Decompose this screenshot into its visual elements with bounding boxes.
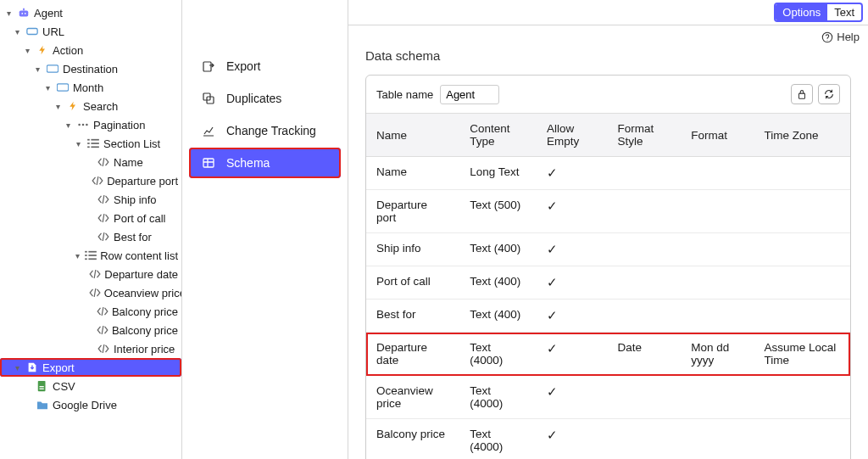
list-icon [86,137,100,150]
col-time-zone: Time Zone [754,114,850,157]
caret-icon[interactable]: ▾ [22,46,32,55]
chart-icon [201,124,216,137]
field-icon [56,81,70,94]
svg-point-9 [86,124,88,126]
caret-icon[interactable]: ▾ [73,139,83,148]
svg-rect-10 [87,139,90,141]
svg-rect-3 [23,8,25,11]
code-icon [89,286,101,299]
help-label: Help [837,31,860,43]
tree-item-ship-info[interactable]: · Ship info [0,190,181,209]
svg-rect-28 [203,159,214,167]
table-row[interactable]: Oceanview price Text (4000) ✓ [366,376,850,419]
caret-icon[interactable]: ▾ [12,27,22,36]
nav-item-export[interactable]: Export [189,51,341,81]
caret-icon[interactable]: ▾ [32,64,42,74]
export-icon [201,59,216,73]
tree-item-balcony-price-2[interactable]: · Balcony price [0,321,181,339]
text-button[interactable]: Text [827,4,861,20]
caret-icon[interactable]: ▾ [63,120,73,130]
tree-item-best-for[interactable]: · Best for [0,227,181,246]
table-row[interactable]: Ship info Text (400) ✓ [366,233,850,266]
code-icon [89,267,101,281]
refresh-icon [823,88,835,100]
tree-item-pagination[interactable]: ▾ Pagination [0,115,181,134]
csv-icon [36,379,49,393]
tree-item-section-list[interactable]: ▾ Section List [0,134,181,153]
nav-item-duplicates[interactable]: Duplicates [189,83,341,114]
tree-label: CSV [53,380,75,393]
options-button[interactable]: Options [776,4,827,20]
svg-rect-12 [87,146,90,148]
folder-icon [36,398,49,411]
tree-item-port-of-call[interactable]: · Port of call [0,209,181,227]
nav-item-change-tracking[interactable]: Change Tracking [189,115,341,146]
tree-item-oceanview-price[interactable]: · Oceanview price [0,283,181,302]
table-row-highlighted[interactable]: Departure date Text (4000) ✓ Date Mon dd… [366,333,850,376]
tree-item-month[interactable]: ▾ Month [0,78,181,97]
dots-icon [76,118,90,132]
tree-item-export[interactable]: ▾ Export [0,358,181,377]
svg-point-2 [25,13,26,14]
tree-label: Google Drive [53,399,117,411]
caret-icon[interactable]: ▾ [3,8,14,18]
tree-item-balcony-price[interactable]: · Balcony price [0,302,181,321]
tree-label: Pagination [93,119,145,132]
field-icon [46,62,59,76]
svg-rect-0 [19,10,29,16]
caret-icon[interactable]: ▾ [42,83,53,92]
table-row[interactable]: Port of call Text (400) ✓ [366,266,850,299]
robot-icon [17,6,31,20]
tree-label: Search [83,100,118,113]
nav-item-schema[interactable]: Schema [189,148,341,178]
table-row[interactable]: Best for Text (400) ✓ [366,299,850,333]
svg-rect-23 [40,386,44,387]
table-row[interactable]: Balcony price Text (4000) ✓ [366,419,850,460]
check-icon: ✓ [537,376,608,419]
tree-item-agent[interactable]: ▾ Agent [0,3,181,22]
code-icon [97,230,110,243]
tree-label: Row content list [100,249,178,262]
tree-item-url[interactable]: ▾ URL [0,22,181,41]
caret-icon[interactable]: ▾ [53,102,63,111]
code-icon [96,305,108,318]
tree-label: Export [42,361,75,374]
help-bar: Help [348,25,868,48]
caret-icon[interactable]: ▾ [73,251,81,260]
svg-rect-13 [91,139,98,141]
topbar: Options Text [348,0,868,25]
tree-item-row-content-list[interactable]: ▾ Row content list [0,246,181,265]
tree-item-action[interactable]: ▾ Action [0,41,181,59]
check-icon: ✓ [537,299,608,333]
col-content-type: Content Type [459,114,537,157]
tree-label: Ship info [114,193,157,206]
check-icon: ✓ [537,333,608,376]
tree-label: Name [114,156,143,169]
refresh-button[interactable] [818,84,840,104]
nav-label: Export [226,59,260,73]
tree-item-departure-port[interactable]: · Departure port [0,171,181,190]
tree-item-name[interactable]: · Name [0,153,181,171]
tree-label: Section List [103,137,160,150]
svg-rect-5 [47,65,58,72]
table-name-input[interactable] [440,85,499,104]
table-row[interactable]: Name Long Text ✓ [366,157,850,190]
schema-table: Name Content Type Allow Empty Format Sty… [366,113,850,459]
tree-item-google-drive[interactable]: · Google Drive [0,395,181,414]
svg-rect-17 [85,255,87,256]
tree-item-departure-date[interactable]: · Departure date [0,265,181,283]
lock-button[interactable] [791,84,813,104]
svg-rect-15 [91,146,98,148]
svg-rect-6 [57,84,68,91]
tree-label: Destination [63,63,118,76]
table-row[interactable]: Departure port Text (500) ✓ [366,190,850,233]
tree-label: Best for [114,231,152,243]
tree-item-destination[interactable]: ▾ Destination [0,59,181,78]
tree-item-interior-price[interactable]: · Interior price [0,339,181,358]
tree-item-csv[interactable]: · CSV [0,377,181,395]
tree-item-search[interactable]: ▾ Search [0,97,181,115]
help-link[interactable]: Help [821,31,860,43]
tree-label: Balcony price [112,324,178,337]
caret-icon[interactable]: ▾ [12,363,22,372]
page-title: Data schema [365,48,851,63]
